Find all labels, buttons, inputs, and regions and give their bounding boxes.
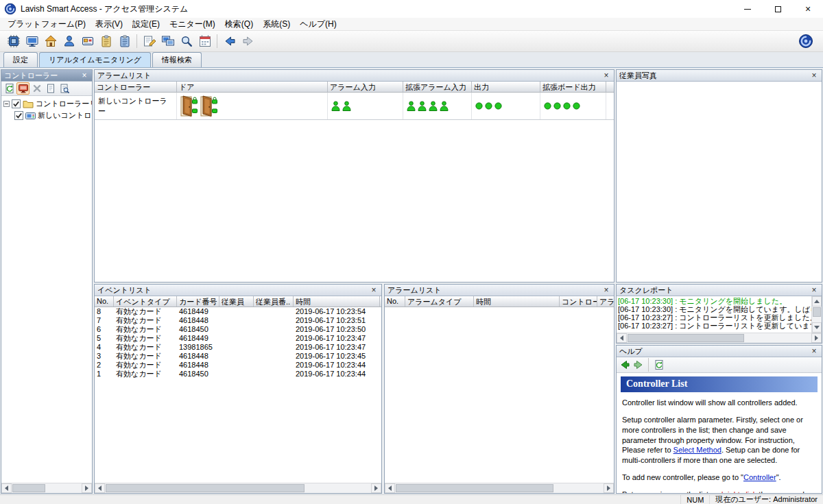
dual-monitor-icon[interactable] — [159, 33, 176, 50]
scroll-thumb[interactable] — [396, 484, 553, 492]
delete-icon[interactable] — [30, 82, 43, 95]
horizontal-scrollbar[interactable] — [617, 333, 822, 343]
event-edit-icon[interactable] — [141, 33, 158, 50]
door-status-icon[interactable] — [180, 95, 198, 117]
tree-item-new-controller[interactable]: 新しいコントローラ — [3, 110, 92, 121]
scroll-track[interactable] — [745, 333, 811, 343]
column-header[interactable]: カード番号 — [177, 296, 219, 307]
column-header[interactable]: 従業員 — [219, 296, 254, 307]
column-header[interactable]: 拡張アラーム入力 — [403, 82, 472, 92]
user-icon[interactable] — [60, 33, 77, 50]
event-row[interactable]: 4有効なカード139818652019-06-17 10:23:47 — [95, 343, 381, 352]
column-header[interactable]: 従業員番.. — [254, 296, 294, 307]
maximize-button[interactable] — [763, 0, 793, 18]
collapse-toggle-icon[interactable] — [3, 101, 10, 107]
scroll-right-button[interactable] — [82, 483, 92, 493]
close-panel-icon[interactable]: × — [809, 71, 819, 80]
close-panel-icon[interactable]: × — [809, 347, 819, 356]
search-icon[interactable] — [178, 33, 195, 50]
column-header[interactable]: No. — [385, 296, 405, 307]
column-header[interactable]: コントローラー — [560, 296, 597, 307]
alarm-status-row[interactable]: 新しいコントローラー — [95, 93, 614, 120]
select-method-link[interactable]: Select Method — [673, 446, 721, 454]
menu-system[interactable]: 系統(S) — [258, 18, 295, 31]
menu-monitor[interactable]: モニター(M) — [165, 18, 220, 31]
close-panel-icon[interactable]: × — [80, 71, 89, 80]
monitor-mode-icon[interactable] — [16, 82, 29, 95]
ext-board-output-status-icon[interactable] — [544, 102, 551, 110]
scroll-thumb[interactable] — [106, 484, 305, 492]
scroll-track[interactable] — [554, 483, 604, 493]
card-chip-icon[interactable] — [79, 33, 96, 50]
output-status-icon[interactable] — [475, 102, 483, 110]
column-header[interactable]: コントローラー — [95, 82, 177, 92]
tab-settings[interactable]: 設定 — [3, 52, 38, 67]
scroll-track[interactable] — [812, 317, 822, 322]
event-row[interactable]: 5有効なカード46184492019-06-17 10:23:47 — [95, 334, 381, 343]
menu-search[interactable]: 検索(Q) — [220, 18, 258, 31]
column-header[interactable]: ドア — [177, 82, 328, 92]
door-status-icon[interactable] — [200, 95, 218, 117]
column-header[interactable]: No. — [95, 296, 114, 307]
tab-realtime-monitoring[interactable]: リアルタイムモニタリング — [39, 52, 151, 67]
event-row[interactable]: 8有効なカード46184492019-06-17 10:23:54 — [95, 307, 381, 316]
scroll-track[interactable] — [305, 483, 371, 493]
close-button[interactable]: × — [793, 0, 823, 18]
controller-setup-icon[interactable] — [5, 33, 22, 50]
tab-info-search[interactable]: 情報検索 — [152, 52, 202, 67]
document-search-icon[interactable] — [58, 82, 71, 95]
scroll-right-button[interactable] — [811, 333, 822, 343]
event-row[interactable]: 2有効なカード46184482019-06-17 10:23:44 — [95, 361, 381, 370]
checkbox-checked-icon[interactable] — [12, 99, 21, 108]
horizontal-scrollbar[interactable] — [95, 483, 381, 493]
menu-platform[interactable]: プラットフォーム(P) — [3, 18, 91, 31]
event-row[interactable]: 1有効なカード46184502019-06-17 10:23:44 — [95, 370, 381, 379]
refresh-list-icon[interactable] — [3, 82, 16, 95]
menu-view[interactable]: 表示(V) — [91, 18, 128, 31]
horizontal-scrollbar[interactable] — [1, 483, 92, 493]
close-panel-icon[interactable]: × — [601, 286, 611, 295]
calendar-icon[interactable] — [196, 33, 213, 50]
output-status-icon[interactable] — [494, 102, 502, 110]
ext-board-output-status-icon[interactable] — [573, 102, 580, 110]
event-row[interactable]: 3有効なカード46184482019-06-17 10:23:45 — [95, 352, 381, 361]
help-refresh-icon[interactable] — [652, 359, 665, 371]
scroll-up-button[interactable] — [812, 296, 822, 307]
scroll-left-button[interactable] — [1, 483, 12, 493]
close-panel-icon[interactable]: × — [809, 286, 819, 295]
report-blue-icon[interactable] — [116, 33, 133, 50]
ext-alarm-input-status-icon[interactable] — [407, 101, 416, 111]
scroll-right-button[interactable] — [604, 483, 614, 493]
column-header[interactable]: 出力 — [472, 82, 540, 92]
horizontal-scrollbar[interactable] — [385, 483, 614, 493]
scroll-down-button[interactable] — [812, 322, 822, 333]
close-panel-icon[interactable]: × — [369, 286, 379, 295]
scroll-thumb[interactable] — [813, 307, 821, 317]
scroll-right-button[interactable] — [371, 483, 381, 493]
ext-board-output-status-icon[interactable] — [563, 102, 571, 110]
alarm-input-status-icon[interactable] — [331, 101, 340, 111]
vertical-scrollbar[interactable] — [811, 296, 822, 333]
ext-alarm-input-status-icon[interactable] — [440, 101, 449, 111]
controller-link[interactable]: Controller — [743, 473, 776, 481]
column-header[interactable]: 時間 — [474, 296, 560, 307]
scroll-left-button[interactable] — [385, 483, 395, 493]
alarm-input-status-icon[interactable] — [342, 101, 351, 111]
ext-alarm-input-status-icon[interactable] — [429, 101, 438, 111]
column-header[interactable]: 時間 — [294, 296, 380, 307]
column-header[interactable]: アラーム — [597, 296, 614, 307]
minimize-button[interactable] — [732, 0, 763, 18]
document-icon[interactable] — [44, 82, 57, 95]
menu-settings[interactable]: 設定(E) — [128, 18, 165, 31]
column-header[interactable]: イベントタイプ — [114, 296, 177, 307]
event-row[interactable]: 6有効なカード46184502019-06-17 10:23:50 — [95, 325, 381, 334]
scroll-thumb[interactable] — [628, 334, 744, 342]
checkbox-checked-icon[interactable] — [14, 111, 23, 120]
scroll-thumb[interactable] — [12, 484, 45, 492]
help-back-icon[interactable] — [618, 359, 631, 371]
output-status-icon[interactable] — [485, 102, 492, 110]
column-header[interactable]: 拡張ボード出力 — [540, 82, 606, 92]
tree-item-controller-list[interactable]: コントローラーリスト — [3, 98, 92, 110]
ext-board-output-status-icon[interactable] — [553, 102, 561, 110]
monitor-view-icon[interactable] — [23, 33, 40, 50]
